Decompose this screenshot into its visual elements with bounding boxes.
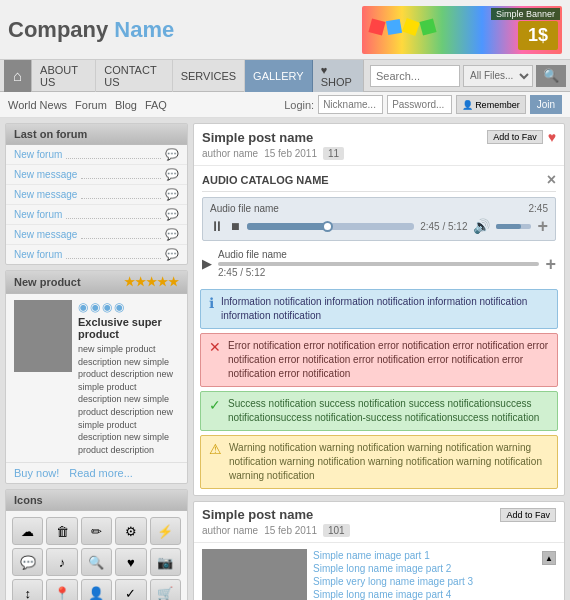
image-list-item-3[interactable]: Simple very long name image part 3 <box>313 575 539 588</box>
forum-link-2[interactable]: New message <box>14 169 77 180</box>
icon-gear[interactable]: ⚙ <box>115 517 146 545</box>
icons-grid: ☁ 🗑 ✏ ⚙ ⚡ 💬 ♪ 🔍 ♥ 📷 ↕ 📍 👤 ✓ 🛒 ➖ ➕ ✕ ↪ ▶ <box>6 511 187 600</box>
post2-header: Simple post name Add to Fav author name … <box>194 502 564 543</box>
forum-link-6[interactable]: New forum <box>14 249 62 260</box>
post2-image <box>202 549 307 600</box>
audio-close-btn[interactable]: × <box>547 172 556 188</box>
icon-chat[interactable]: 💬 <box>12 548 43 576</box>
icon-camera[interactable]: 📷 <box>150 548 181 576</box>
icon-search[interactable]: 🔍 <box>81 548 112 576</box>
icon-trash[interactable]: 🗑 <box>46 517 77 545</box>
forum-link-3[interactable]: New message <box>14 189 77 200</box>
audio2-info: Audio file name 2:45 / 5:12 <box>218 249 539 278</box>
image-list-item-2[interactable]: Simple long name image part 2 <box>313 562 539 575</box>
forum-icon-2: 💬 <box>165 168 179 181</box>
image-list: Simple name image part 1 Simple long nam… <box>313 549 556 600</box>
forum-panel: Last on forum New forum 💬 New message 💬 … <box>5 123 188 265</box>
notification-error: ✕ Error notification error notification … <box>200 333 558 387</box>
nav-contact[interactable]: CONTACT US <box>96 60 172 92</box>
forum-item-5[interactable]: New message 💬 <box>6 225 187 245</box>
icon-lightning[interactable]: ⚡ <box>150 517 181 545</box>
audio1-progress-time: 2:45 / 5:12 <box>420 221 467 232</box>
sub-nav-world-news[interactable]: World News <box>8 99 67 111</box>
icon-pin[interactable]: 📍 <box>46 579 77 600</box>
audio1-add-btn[interactable]: + <box>537 217 548 235</box>
audio1-pause-btn[interactable]: ⏸ <box>210 218 224 234</box>
forum-link-4[interactable]: New forum <box>14 209 62 220</box>
post2-title: Simple post name <box>202 507 313 522</box>
forum-item-1[interactable]: New forum 💬 <box>6 145 187 165</box>
post1-date: 15 feb 2011 <box>264 148 317 159</box>
forum-item-3[interactable]: New message 💬 <box>6 185 187 205</box>
audio2-play-btn[interactable]: ▶ <box>202 256 212 271</box>
nav-gallery[interactable]: GALLERY <box>245 60 313 92</box>
search-input[interactable] <box>370 65 460 87</box>
audio1-volume-icon: 🔊 <box>473 218 490 234</box>
read-more-link[interactable]: Read more... <box>69 467 133 479</box>
header: Company Name Simple Banner 1$ <box>0 0 570 60</box>
notification-success: ✓ Success notification success notificat… <box>200 391 558 431</box>
forum-link-5[interactable]: New message <box>14 229 77 240</box>
nav-about[interactable]: ABOUT US <box>32 60 96 92</box>
nav-shop[interactable]: ♥ SHOP <box>313 60 364 92</box>
audio2-add-btn[interactable]: + <box>545 255 556 273</box>
image-view-area: Image Name 23/64 ▲ ▼ <box>202 549 307 600</box>
audio2-progress-bar[interactable] <box>218 262 539 266</box>
sub-nav-faq[interactable]: FAQ <box>145 99 167 111</box>
icon-cloud[interactable]: ☁ <box>12 517 43 545</box>
audio1-time: 2:45 <box>529 203 548 214</box>
icon-music[interactable]: ♪ <box>46 548 77 576</box>
warning-text: Warning notification warning notificatio… <box>229 441 549 483</box>
password-input[interactable] <box>387 95 452 114</box>
audio1-progress-bar[interactable] <box>247 223 414 230</box>
buy-now-link[interactable]: Buy now! <box>14 467 59 479</box>
icon-user[interactable]: 👤 <box>81 579 112 600</box>
right-column: Simple post name Add to Fav ♥ author nam… <box>193 123 565 600</box>
forum-item-2[interactable]: New message 💬 <box>6 165 187 185</box>
post1-heart[interactable]: ♥ <box>548 129 556 145</box>
image-list-item-1[interactable]: Simple name image part 1 <box>313 549 539 562</box>
post2-add-fav[interactable]: Add to Fav <box>500 508 556 522</box>
banner-label: Simple Banner <box>491 8 560 20</box>
post2-panel: Simple post name Add to Fav author name … <box>193 501 565 600</box>
sub-nav-forum[interactable]: Forum <box>75 99 107 111</box>
error-text: Error notification error notification er… <box>228 339 549 381</box>
icon-pencil[interactable]: ✏ <box>81 517 112 545</box>
forum-icon-4: 💬 <box>165 208 179 221</box>
product-header: New product ★★★★★ <box>6 271 187 294</box>
image-list-item-4[interactable]: Simple long name image part 4 <box>313 588 539 600</box>
search-button[interactable]: 🔍 <box>536 65 566 87</box>
icons-panel-header: Icons <box>6 490 187 511</box>
post1-title: Simple post name <box>202 130 313 145</box>
audio1-stop-btn[interactable]: ⏹ <box>230 220 241 232</box>
post1-add-fav[interactable]: Add to Fav <box>487 130 543 144</box>
icon-check[interactable]: ✓ <box>115 579 146 600</box>
info-text: Information notification information not… <box>221 295 549 323</box>
icon-cart[interactable]: 🛒 <box>150 579 181 600</box>
forum-item-4[interactable]: New forum 💬 <box>6 205 187 225</box>
forum-icon-6: 💬 <box>165 248 179 261</box>
nav-services[interactable]: SERVICES <box>173 60 245 92</box>
forum-icon-3: 💬 <box>165 188 179 201</box>
nickname-input[interactable] <box>318 95 383 114</box>
audio1-volume-bar[interactable] <box>496 224 531 229</box>
post1-author: author name <box>202 148 258 159</box>
icon-heart[interactable]: ♥ <box>115 548 146 576</box>
forum-item-6[interactable]: New forum 💬 <box>6 245 187 264</box>
company-name: Company Name <box>8 17 174 43</box>
list-scroll-up[interactable]: ▲ <box>542 551 556 565</box>
icon-resize[interactable]: ↕ <box>12 579 43 600</box>
remember-button[interactable]: 👤 Remember <box>456 95 526 114</box>
product-image <box>14 300 72 372</box>
search-filter[interactable]: All Files... <box>463 65 533 87</box>
sub-nav: World News Forum Blog FAQ Login: 👤 Remem… <box>0 92 570 118</box>
forum-link-1[interactable]: New forum <box>14 149 62 160</box>
join-button[interactable]: Join <box>530 95 562 114</box>
product-details: ◉◉◉◉ Exclusive super product new simple … <box>78 300 179 456</box>
notification-warning: ⚠ Warning notification warning notificat… <box>200 435 558 489</box>
sub-nav-blog[interactable]: Blog <box>115 99 137 111</box>
audio-section: AUDIO CATALOG NAME × Audio file name 2:4… <box>194 166 564 287</box>
nav-home[interactable]: ⌂ <box>4 60 32 92</box>
product-body: ◉◉◉◉ Exclusive super product new simple … <box>6 294 187 462</box>
post1-likes: 11 <box>323 147 344 160</box>
